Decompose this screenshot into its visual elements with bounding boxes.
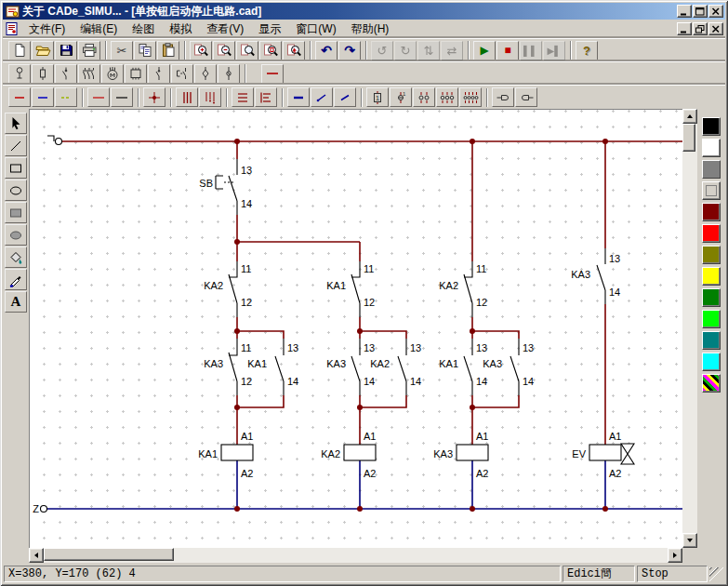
mdi-restore-button[interactable]	[693, 22, 708, 35]
zoom-window-button[interactable]	[236, 41, 258, 60]
scroll-down-button[interactable]	[682, 533, 697, 548]
lib-terminal-button[interactable]	[218, 64, 240, 84]
cable-black-button[interactable]	[111, 87, 133, 107]
lib-motor-button[interactable]	[101, 64, 124, 84]
window-minimize-button[interactable]	[677, 5, 692, 18]
marker-1-button[interactable]: 1	[366, 87, 389, 107]
lib-power-button[interactable]	[8, 64, 31, 84]
paste-button[interactable]	[157, 41, 179, 60]
cable-red-button[interactable]	[87, 87, 110, 107]
scroll-up-button[interactable]	[682, 109, 697, 124]
zoom-out-button[interactable]	[213, 41, 235, 60]
wire-draw-button[interactable]	[261, 64, 284, 84]
node-junction-button[interactable]	[143, 87, 165, 107]
power-3ph-n-button[interactable]	[199, 87, 221, 107]
wire-green-button[interactable]	[55, 87, 77, 107]
color-swatch-ff0000[interactable]	[702, 224, 721, 243]
scroll-right-button[interactable]	[668, 548, 682, 563]
mdi-close-button[interactable]	[708, 22, 723, 35]
lib-contact-button[interactable]	[148, 64, 170, 84]
menu-item[interactable]: 显示	[251, 20, 288, 39]
resize-grip[interactable]	[709, 567, 724, 582]
new-button[interactable]	[8, 41, 31, 60]
menu-item[interactable]: 绘图	[125, 20, 162, 39]
menu-item[interactable]: 帮助(H)	[344, 20, 397, 39]
app-icon[interactable]	[5, 5, 20, 19]
mdi-minimize-button[interactable]	[677, 22, 692, 35]
color-swatch-800000[interactable]	[702, 203, 721, 221]
link-diag-dot-button[interactable]	[334, 87, 356, 107]
sim-run-button[interactable]: ▶	[473, 41, 496, 60]
zoom-page-button[interactable]	[259, 41, 282, 60]
drawing-canvas[interactable]: Z SB 13 14 KA2 11 12 KA3 11 12 KA1 13 14…	[29, 109, 682, 548]
horizontal-scroll-thumb[interactable]	[44, 548, 174, 561]
lib-switch-button[interactable]	[55, 64, 77, 84]
menu-item[interactable]: 查看(V)	[199, 20, 251, 39]
node-3-button[interactable]	[436, 87, 458, 107]
color-picker-tool[interactable]	[5, 269, 27, 290]
draw-ellipse-filled-tool[interactable]	[5, 224, 27, 246]
color-swatch-808000[interactable]	[702, 246, 721, 264]
draw-rect-tool[interactable]	[5, 157, 27, 179]
color-swatch-008080[interactable]	[702, 331, 721, 350]
menu-item[interactable]: 文件(F)	[21, 20, 73, 39]
lib-fuse-button[interactable]	[32, 64, 54, 84]
help-button[interactable]: ?	[576, 41, 598, 60]
select-tool[interactable]	[5, 113, 27, 134]
color-swatch-00ff00[interactable]	[702, 310, 721, 328]
link-blue-button[interactable]	[287, 87, 310, 107]
power-3ph-button[interactable]	[176, 87, 198, 107]
menu-item[interactable]: 模拟	[162, 20, 199, 39]
vertical-scrollbar[interactable]	[682, 109, 697, 548]
print-button[interactable]	[78, 41, 100, 60]
open-button[interactable]	[32, 41, 54, 60]
link-diag-button[interactable]	[311, 87, 333, 107]
window-maximize-button[interactable]	[693, 5, 708, 18]
bus-3-n-button[interactable]	[255, 87, 277, 107]
color-swatch-ffff00[interactable]	[702, 267, 721, 286]
color-swatch-000000[interactable]	[702, 117, 721, 136]
wire-red-button[interactable]	[8, 87, 31, 107]
cut-button[interactable]: ✂	[111, 41, 133, 60]
text-tool[interactable]: A	[5, 291, 27, 313]
bus-3-button[interactable]	[232, 87, 254, 107]
wire-blue-button[interactable]	[32, 87, 54, 107]
node-4-button[interactable]	[459, 87, 482, 107]
menu-item[interactable]: 窗口(W)	[288, 20, 343, 39]
color-swatch-ffffff[interactable]	[702, 139, 721, 157]
document-icon[interactable]	[5, 21, 21, 36]
pushbutton-SB[interactable]	[216, 159, 237, 215]
fill-tool[interactable]	[5, 246, 27, 268]
redo-button[interactable]: ↷	[338, 41, 361, 60]
node-1-button[interactable]: 1	[390, 87, 412, 107]
copy-button[interactable]	[134, 41, 156, 60]
coil-KA3[interactable]	[457, 445, 488, 460]
lib-coil-button[interactable]	[171, 64, 193, 84]
draw-rect-filled-tool[interactable]	[5, 202, 27, 223]
lib-plc-button[interactable]	[125, 64, 147, 84]
node-2-button[interactable]	[413, 87, 435, 107]
lib-switch-3p-button[interactable]	[78, 64, 100, 84]
menu-item[interactable]: 编辑(E)	[73, 20, 125, 39]
coil-EV[interactable]	[589, 445, 621, 460]
save-button[interactable]	[55, 41, 77, 60]
color-swatch-00ffff[interactable]	[702, 353, 721, 371]
scroll-left-button[interactable]	[29, 548, 44, 563]
color-swatch-808080[interactable]	[702, 160, 721, 179]
color-swatch-none[interactable]	[702, 181, 721, 200]
zoom-select-button[interactable]	[283, 41, 305, 60]
lib-valve-button[interactable]	[194, 64, 217, 84]
coil-KA2[interactable]	[344, 445, 376, 460]
draw-ellipse-tool[interactable]	[5, 180, 27, 201]
sim-stop-button[interactable]: ■	[496, 41, 519, 60]
connector-in-button[interactable]	[515, 87, 537, 107]
zoom-in-button[interactable]	[190, 41, 212, 60]
horizontal-scrollbar[interactable]	[29, 548, 682, 563]
color-swatch-008000[interactable]	[702, 288, 721, 307]
draw-line-tool[interactable]	[5, 135, 27, 156]
color-swatch-multi[interactable]	[702, 374, 721, 393]
circuit-schematic[interactable]: Z SB 13 14 KA2 11 12 KA3 11 12 KA1 13 14…	[30, 110, 682, 548]
coil-KA1[interactable]	[221, 445, 253, 460]
vertical-scroll-thumb[interactable]	[682, 124, 695, 152]
connector-out-button[interactable]	[492, 87, 514, 107]
